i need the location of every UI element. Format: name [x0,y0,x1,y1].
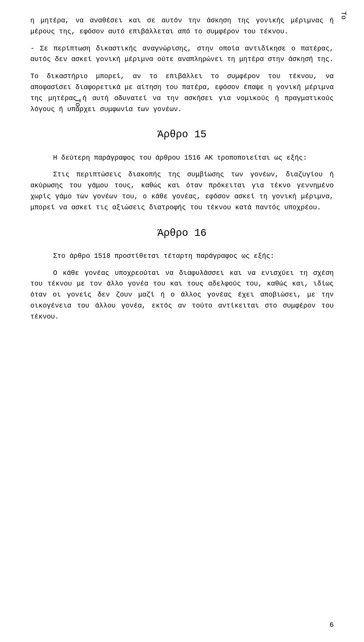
paragraph-1: η μητέρα, να αναθέσει και σε αυτόν την ά… [30,15,334,37]
article-16-paragraph-2: Ο κάθε γονέας υποχρεούται να διαφυλάσσει… [30,268,334,322]
paragraph-3: Το δικαστήριο μπορεί, αν το επιβάλλει το… [30,71,334,115]
article-16-paragraph-1: Στο άρθρο 1518 προστίθεται τέταρτη παράγ… [30,251,334,262]
page-number: 6 [329,620,334,631]
document-page: To To η μητέρα, να αναθέσει και σε αυτόν… [0,0,364,642]
left-label: To [72,99,83,107]
article-16-heading: Άρθρο 16 [30,225,334,242]
paragraph-2: - Σε περίπτωση δικαστικής αναγνώρισης, σ… [30,43,334,65]
article-15-heading: Άρθρο 15 [30,127,334,143]
article-15-paragraph-2: Στις περιπτώσεις διακοπής της συμβίωσης … [30,169,334,213]
article-15-paragraph-1: Η δεύτερη παράγραφος του άρθρου 1516 ΑΚ … [30,152,334,163]
main-content: η μητέρα, να αναθέσει και σε αυτόν την ά… [30,15,334,322]
top-right-label: To [338,11,349,20]
